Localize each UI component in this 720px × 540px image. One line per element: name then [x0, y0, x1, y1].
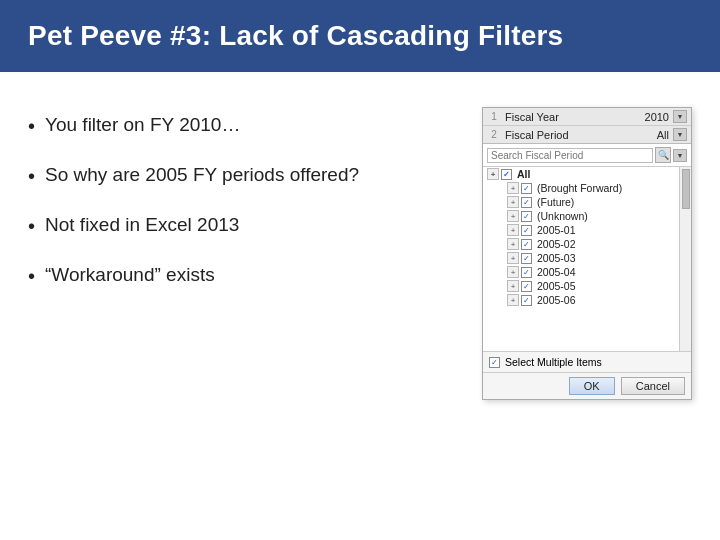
- fiscal-period-dropdown[interactable]: ▼: [673, 128, 687, 141]
- scrollbar-track[interactable]: [679, 167, 691, 351]
- ok-button[interactable]: OK: [569, 377, 615, 395]
- tree-expand-icon[interactable]: +: [507, 252, 519, 264]
- tree-item-label: 2005-01: [537, 224, 576, 236]
- bullet-dot: •: [28, 263, 35, 290]
- slide-title: Pet Peeve #3: Lack of Cascading Filters: [28, 20, 563, 52]
- tree-checkbox[interactable]: ✓: [521, 267, 532, 278]
- tree-item[interactable]: +✓(Future): [483, 195, 679, 209]
- tree-checkbox[interactable]: ✓: [521, 197, 532, 208]
- bullet-item: •You filter on FY 2010…: [28, 112, 452, 140]
- tree-item-label: 2005-02: [537, 238, 576, 250]
- tree-expand-icon[interactable]: +: [507, 238, 519, 250]
- tree-list: +✓All+✓(Brought Forward)+✓(Future)+✓(Unk…: [483, 167, 691, 307]
- filter-header-rows: 1 Fiscal Year 2010 ▼ 2 Fiscal Period All…: [483, 108, 691, 144]
- tree-item-label: 2005-05: [537, 280, 576, 292]
- bullet-item: •So why are 2005 FY periods offered?: [28, 162, 452, 190]
- tree-item[interactable]: +✓2005-02: [483, 237, 679, 251]
- fiscal-period-label: Fiscal Period: [505, 129, 653, 141]
- tree-expand-icon[interactable]: +: [487, 168, 499, 180]
- fiscal-period-value: All: [657, 129, 669, 141]
- bullet-dot: •: [28, 163, 35, 190]
- filter-footer: OK Cancel: [483, 373, 691, 399]
- filter-row-fiscal-year: 1 Fiscal Year 2010 ▼: [483, 108, 691, 126]
- tree-item-label: (Unknown): [537, 210, 588, 222]
- tree-expand-icon[interactable]: +: [507, 210, 519, 222]
- tree-item[interactable]: +✓2005-05: [483, 279, 679, 293]
- filter-row-fiscal-period: 2 Fiscal Period All ▼: [483, 126, 691, 143]
- tree-expand-icon[interactable]: +: [507, 182, 519, 194]
- row-num-1: 1: [487, 111, 501, 122]
- tree-checkbox[interactable]: ✓: [501, 169, 512, 180]
- tree-item[interactable]: +✓2005-03: [483, 251, 679, 265]
- slide-header: Pet Peeve #3: Lack of Cascading Filters: [0, 0, 720, 72]
- tree-item-label: All: [517, 168, 530, 180]
- tree-checkbox[interactable]: ✓: [521, 183, 532, 194]
- tree-expand-icon[interactable]: +: [507, 266, 519, 278]
- tree-expand-icon[interactable]: +: [507, 280, 519, 292]
- tree-item[interactable]: +✓2005-01: [483, 223, 679, 237]
- tree-checkbox[interactable]: ✓: [521, 253, 532, 264]
- bullet-text: So why are 2005 FY periods offered?: [45, 162, 359, 188]
- tree-checkbox[interactable]: ✓: [521, 225, 532, 236]
- bullet-dot: •: [28, 213, 35, 240]
- tree-item-label: (Future): [537, 196, 574, 208]
- tree-item-label: 2005-06: [537, 294, 576, 306]
- tree-item[interactable]: +✓2005-06: [483, 293, 679, 307]
- tree-checkbox[interactable]: ✓: [521, 281, 532, 292]
- tree-item-label: 2005-03: [537, 252, 576, 264]
- tree-expand-icon[interactable]: +: [507, 224, 519, 236]
- tree-item[interactable]: +✓2005-04: [483, 265, 679, 279]
- search-icon[interactable]: 🔍: [655, 147, 671, 163]
- bullet-dot: •: [28, 113, 35, 140]
- fiscal-year-label: Fiscal Year: [505, 111, 641, 123]
- tree-area: +✓All+✓(Brought Forward)+✓(Future)+✓(Unk…: [483, 167, 691, 352]
- filter-panel: 1 Fiscal Year 2010 ▼ 2 Fiscal Period All…: [482, 107, 692, 400]
- tree-expand-icon[interactable]: +: [507, 196, 519, 208]
- fiscal-year-dropdown[interactable]: ▼: [673, 110, 687, 123]
- select-multiple-label: Select Multiple Items: [505, 356, 602, 368]
- fiscal-year-value: 2010: [645, 111, 669, 123]
- tree-checkbox[interactable]: ✓: [521, 211, 532, 222]
- search-dropdown-btn[interactable]: ▼: [673, 149, 687, 162]
- bullet-text: You filter on FY 2010…: [45, 112, 240, 138]
- bullet-text: “Workaround” exists: [45, 262, 215, 288]
- bullet-item: •Not fixed in Excel 2013: [28, 212, 452, 240]
- bullet-text: Not fixed in Excel 2013: [45, 212, 239, 238]
- search-input[interactable]: [487, 148, 653, 163]
- select-multiple-checkbox[interactable]: ✓: [489, 357, 500, 368]
- tree-checkbox[interactable]: ✓: [521, 239, 532, 250]
- tree-item-label: (Brought Forward): [537, 182, 622, 194]
- scrollbar-thumb[interactable]: [682, 169, 690, 209]
- bullet-item: •“Workaround” exists: [28, 262, 452, 290]
- tree-item[interactable]: +✓(Brought Forward): [483, 181, 679, 195]
- tree-item[interactable]: +✓(Unknown): [483, 209, 679, 223]
- cancel-button[interactable]: Cancel: [621, 377, 685, 395]
- bullet-list: •You filter on FY 2010…•So why are 2005 …: [28, 102, 452, 400]
- search-bar: 🔍 ▼: [483, 144, 691, 167]
- content-area: •You filter on FY 2010…•So why are 2005 …: [0, 72, 720, 420]
- select-multiple-row: ✓ Select Multiple Items: [483, 352, 691, 373]
- tree-item-label: 2005-04: [537, 266, 576, 278]
- row-num-2: 2: [487, 129, 501, 140]
- tree-item[interactable]: +✓All: [483, 167, 679, 181]
- tree-expand-icon[interactable]: +: [507, 294, 519, 306]
- tree-checkbox[interactable]: ✓: [521, 295, 532, 306]
